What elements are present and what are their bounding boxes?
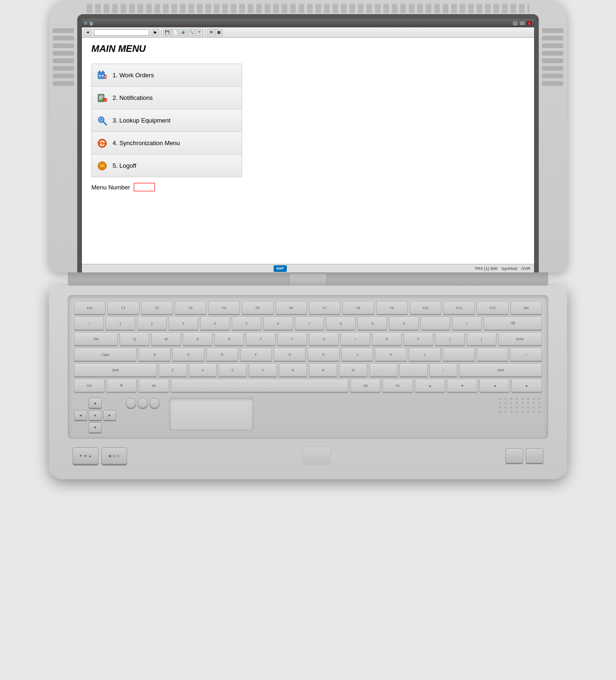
key-7[interactable]: 7 [295, 317, 324, 330]
key-q[interactable]: Q [120, 332, 149, 345]
key-h[interactable]: H [308, 348, 340, 361]
key-d[interactable]: D [206, 348, 238, 361]
key-comma[interactable]: , [369, 363, 397, 377]
down-button[interactable]: ▼ [89, 422, 102, 433]
key-f3[interactable]: F3 [175, 301, 206, 314]
key-esc[interactable]: Esc [74, 301, 105, 314]
key-semicolon[interactable]: ; [443, 348, 475, 361]
key-z[interactable]: Z [159, 363, 187, 377]
menu-item-lookup[interactable]: 3. Lookup Equipment [92, 109, 242, 132]
small-base-btn-1[interactable] [505, 448, 523, 463]
key-g[interactable]: G [274, 348, 306, 361]
menu-item-logoff[interactable]: 5. Logoff [92, 155, 242, 177]
key-c[interactable]: C [219, 363, 247, 377]
key-f7[interactable]: F7 [309, 301, 340, 314]
key-rshift[interactable]: Shift [459, 363, 542, 377]
minimize-button[interactable]: _ [512, 21, 518, 25]
key-f4[interactable]: F4 [208, 301, 240, 314]
menu-item-sync[interactable]: 4. Synchronization Menu [92, 132, 242, 155]
round-btn-1[interactable] [126, 398, 136, 408]
back-button[interactable]: ◄ [84, 29, 91, 36]
key-equals[interactable]: = [452, 317, 482, 330]
key-m[interactable]: M [339, 363, 367, 377]
key-caps[interactable]: Caps [74, 348, 137, 361]
key-rbracket[interactable]: ] [467, 332, 496, 345]
find-button[interactable]: 🔍 [187, 29, 195, 36]
key-x[interactable]: X [189, 363, 217, 377]
key-n[interactable]: N [309, 363, 337, 377]
address-bar[interactable] [94, 29, 149, 36]
key-i[interactable]: I [340, 332, 370, 345]
key-4[interactable]: 4 [200, 317, 230, 330]
key-f11[interactable]: F11 [443, 301, 475, 314]
key-del[interactable]: Del [511, 301, 542, 314]
left-button[interactable]: ◄ [74, 410, 87, 420]
key-win[interactable]: ⊞ [106, 379, 137, 392]
key-altgr[interactable]: Alt [350, 379, 381, 392]
layout-button[interactable]: ▦ [215, 29, 223, 36]
key-f1[interactable]: F1 [107, 301, 139, 314]
settings-button[interactable]: ⚙ [207, 29, 215, 36]
key-space[interactable] [171, 379, 349, 392]
key-minus[interactable]: - [421, 317, 450, 330]
key-lbracket[interactable]: [ [435, 332, 465, 345]
key-alt[interactable]: Alt [138, 379, 169, 392]
key-f5[interactable]: F5 [242, 301, 273, 314]
key-f8[interactable]: F8 [342, 301, 374, 314]
key-s[interactable]: S [172, 348, 204, 361]
key-e[interactable]: E [183, 332, 212, 345]
key-backslash[interactable]: \ [510, 348, 542, 361]
help-button[interactable]: ? [195, 29, 203, 36]
center-button[interactable]: ● [89, 410, 102, 420]
right-button[interactable]: ► [103, 410, 116, 420]
menu-item-work-orders[interactable]: 1. Work Orders [92, 64, 242, 87]
key-lshift[interactable]: Shift [74, 363, 157, 377]
key-quote[interactable]: ' [477, 348, 509, 361]
up-button[interactable]: ▲ [89, 398, 102, 408]
key-enter[interactable]: Enter [498, 332, 542, 345]
key-j[interactable]: J [341, 348, 373, 361]
key-v[interactable]: V [249, 363, 277, 377]
key-u[interactable]: U [309, 332, 339, 345]
key-l[interactable]: L [409, 348, 441, 361]
key-0[interactable]: 0 [389, 317, 419, 330]
key-f9[interactable]: F9 [376, 301, 408, 314]
key-period[interactable]: . [399, 363, 428, 377]
print-button[interactable]: 🖨 [179, 29, 187, 36]
key-right[interactable]: ► [511, 379, 542, 392]
base-btn-1[interactable]: ▼ ★ ▲ [73, 447, 98, 464]
key-r[interactable]: R [214, 332, 244, 345]
round-btn-2[interactable] [138, 398, 148, 408]
maximize-button[interactable]: □ [519, 21, 525, 25]
round-btn-3[interactable] [149, 398, 160, 408]
key-f12[interactable]: F12 [477, 301, 508, 314]
key-f6[interactable]: F6 [276, 301, 307, 314]
key-w[interactable]: W [151, 332, 181, 345]
key-k[interactable]: K [375, 348, 407, 361]
close-button[interactable]: X [527, 21, 532, 25]
key-fn[interactable]: Fn [382, 379, 413, 392]
key-b[interactable]: B [279, 363, 307, 377]
key-t[interactable]: T [246, 332, 276, 345]
key-left[interactable]: ◄ [479, 379, 510, 392]
key-ctrl[interactable]: Ctrl [74, 379, 105, 392]
key-y[interactable]: Y [277, 332, 307, 345]
go-button[interactable]: ▶ [152, 29, 159, 36]
trackpad-pad[interactable] [169, 398, 254, 431]
key-f[interactable]: F [240, 348, 272, 361]
save-button[interactable]: 💾 [163, 29, 171, 36]
key-slash[interactable]: / [430, 363, 458, 377]
key-f2[interactable]: F2 [141, 301, 173, 314]
new-button[interactable]: 📄 [171, 29, 179, 36]
key-5[interactable]: 5 [232, 317, 261, 330]
key-tilde[interactable]: ~ [74, 317, 104, 330]
key-1[interactable]: 1 [105, 317, 135, 330]
key-backspace[interactable]: ⌫ [484, 317, 542, 330]
key-3[interactable]: 3 [169, 317, 198, 330]
key-down[interactable]: ▼ [447, 379, 478, 392]
key-2[interactable]: 2 [137, 317, 167, 330]
key-p[interactable]: P [404, 332, 433, 345]
menu-number-input[interactable] [134, 183, 155, 191]
menu-item-notifications[interactable]: ! 2. Notifications [92, 87, 242, 109]
small-base-btn-2[interactable] [526, 448, 543, 463]
